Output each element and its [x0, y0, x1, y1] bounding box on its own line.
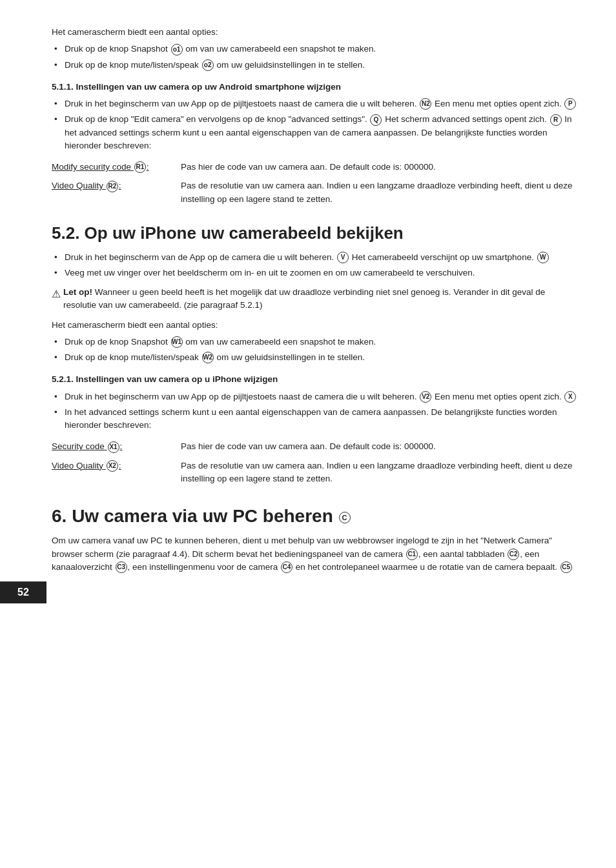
definition-desc: Pas hier de code van uw camera aan. De d… — [181, 159, 577, 177]
list-item: Veeg met uw vinger over het beeldscherm … — [52, 267, 577, 279]
list-item: Druk op de knop Snapshot W1 om van uw ca… — [52, 336, 577, 348]
definition-term: Video Quality X2: — [52, 458, 181, 490]
section-6-heading: 6. Uw camera via uw PC beheren C — [52, 505, 577, 528]
section-52-heading: 5.2. Op uw iPhone uw camerabeeld bekijke… — [52, 223, 577, 245]
badge-n2: N2 — [420, 98, 431, 110]
section-521-bullets: Druk in het beginscherm van uw App op de… — [52, 390, 577, 432]
badge-w1: W1 — [171, 336, 183, 348]
section-521-heading: 5.2.1. Instellingen van uw camera op u i… — [52, 373, 577, 386]
badge-v2: V2 — [420, 391, 431, 403]
badge-r: R — [550, 114, 562, 126]
list-item: Druk op de knop mute/listen/speak W2 om … — [52, 351, 577, 364]
badge-q: Q — [370, 114, 382, 126]
definition-row: Video Quality R2: Pas de resolutie van u… — [52, 177, 577, 210]
definition-term: Modify security code R1: — [52, 159, 181, 177]
badge-v: V — [337, 252, 349, 263]
badge-x: X — [564, 391, 576, 403]
list-item: Druk in het beginscherm van uw App op de… — [52, 97, 577, 110]
badge-r1: R1 — [134, 161, 146, 173]
definition-term: Security code X1: — [52, 438, 181, 457]
badge-x2: X2 — [107, 460, 118, 472]
badge-w2: W2 — [202, 352, 214, 363]
section-511-heading: 5.1.1. Instellingen van uw camera op uw … — [52, 81, 577, 94]
badge-c5: C5 — [560, 561, 572, 573]
page-number-bar: 52 — [0, 581, 46, 603]
list-item: Druk in het beginscherm van de App op de… — [52, 251, 577, 264]
intro-text: Het camerascherm biedt een aantal opties… — [52, 26, 577, 39]
warning-box: ⚠ Let op! Wanneer u geen beeld heeft is … — [52, 286, 577, 312]
warning-text: Let op! Wanneer u geen beeld heeft is he… — [63, 286, 577, 312]
page-content: Het camerascherm biedt een aantal opties… — [0, 0, 616, 603]
after-warning-bullets: Druk op de knop Snapshot W1 om van uw ca… — [52, 336, 577, 365]
badge-x1: X1 — [108, 441, 119, 453]
section-52-bullets: Druk in het beginscherm van de App op de… — [52, 251, 577, 280]
definition-term: Video Quality R2: — [52, 177, 181, 210]
badge-o1: o1 — [171, 44, 183, 56]
badge-c4: C4 — [281, 561, 293, 573]
badge-c3: C3 — [116, 561, 127, 573]
definition-desc: Pas de resolutie van uw camera aan. Indi… — [181, 458, 577, 490]
list-item: Druk op de knop mute/listen/speak o2 om … — [52, 59, 577, 72]
list-item: Druk op de knop Snapshot o1 om van uw ca… — [52, 43, 577, 56]
definition-desc: Pas de resolutie van uw camera aan. Indi… — [181, 177, 577, 210]
badge-c2: C2 — [508, 549, 519, 560]
list-item: Druk op de knop "Edit camera" en vervolg… — [52, 113, 577, 152]
definition-row: Modify security code R1: Pas hier de cod… — [52, 159, 577, 177]
badge-c: C — [339, 512, 351, 523]
after-warning-text: Het camerascherm biedt een aantal opties… — [52, 319, 577, 332]
intro-bullets: Druk op de knop Snapshot o1 om van uw ca… — [52, 43, 577, 72]
definition-row: Security code X1: Pas hier de code van u… — [52, 438, 577, 457]
badge-o2: o2 — [202, 59, 214, 71]
list-item: In het advanced settings scherm kunt u e… — [52, 406, 577, 432]
badge-w: W — [537, 252, 549, 263]
definition-desc: Pas hier de code van uw camera aan. De d… — [181, 438, 577, 457]
page-number: 52 — [17, 587, 29, 598]
badge-p: P — [564, 98, 576, 110]
badge-c1: C1 — [406, 549, 418, 560]
badge-r2: R2 — [107, 181, 118, 192]
section-521-definitions: Security code X1: Pas hier de code van u… — [52, 438, 577, 489]
section-6-body: Om uw camera vanaf uw PC te kunnen beher… — [52, 534, 577, 574]
list-item: Druk in het beginscherm van uw App op de… — [52, 390, 577, 403]
section-511-definitions: Modify security code R1: Pas hier de cod… — [52, 159, 577, 210]
definition-row: Video Quality X2: Pas de resolutie van u… — [52, 458, 577, 490]
section-511-bullets: Druk in het beginscherm van uw App op de… — [52, 97, 577, 152]
warning-icon: ⚠ — [52, 287, 61, 302]
